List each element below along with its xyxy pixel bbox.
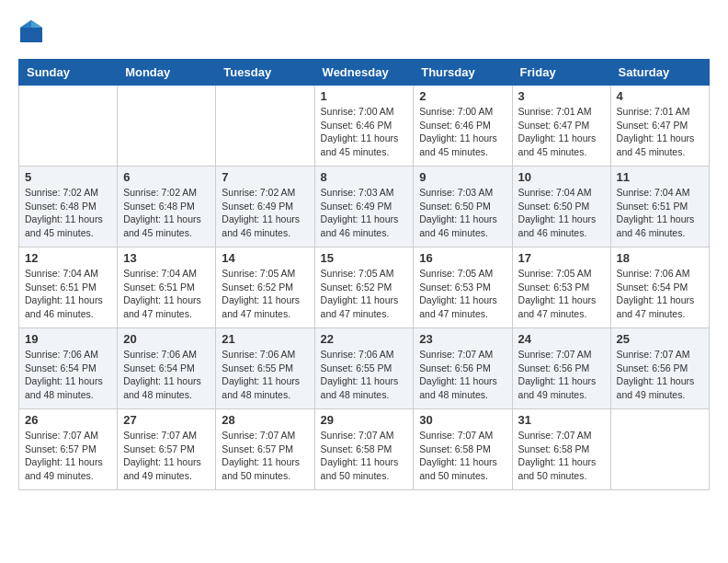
day-info: Sunrise: 7:01 AM Sunset: 6:47 PM Dayligh…: [617, 105, 703, 159]
calendar-cell: 25Sunrise: 7:07 AM Sunset: 6:56 PM Dayli…: [610, 328, 709, 409]
calendar-cell: 16Sunrise: 7:05 AM Sunset: 6:53 PM Dayli…: [414, 247, 512, 328]
calendar-cell: 6Sunrise: 7:02 AM Sunset: 6:48 PM Daylig…: [118, 167, 216, 247]
calendar-cell: 12Sunrise: 7:04 AM Sunset: 6:51 PM Dayli…: [19, 247, 118, 328]
day-number: 27: [123, 413, 210, 427]
day-info: Sunrise: 7:07 AM Sunset: 6:58 PM Dayligh…: [419, 429, 506, 483]
day-info: Sunrise: 7:01 AM Sunset: 6:47 PM Dayligh…: [518, 105, 605, 159]
calendar-cell: 28Sunrise: 7:07 AM Sunset: 6:57 PM Dayli…: [216, 409, 314, 490]
calendar-cell: 30Sunrise: 7:07 AM Sunset: 6:58 PM Dayli…: [414, 409, 512, 490]
calendar-cell: [118, 86, 216, 167]
logo: [18, 18, 48, 44]
day-number: 28: [222, 413, 308, 427]
day-info: Sunrise: 7:03 AM Sunset: 6:49 PM Dayligh…: [321, 186, 408, 240]
day-number: 2: [419, 89, 506, 103]
weekday-header: Thursday: [414, 60, 512, 86]
calendar-cell: 5Sunrise: 7:02 AM Sunset: 6:48 PM Daylig…: [19, 167, 118, 247]
day-number: 16: [419, 251, 506, 265]
day-info: Sunrise: 7:04 AM Sunset: 6:50 PM Dayligh…: [518, 186, 605, 240]
day-info: Sunrise: 7:05 AM Sunset: 6:53 PM Dayligh…: [518, 267, 605, 321]
day-number: 3: [518, 89, 605, 103]
day-info: Sunrise: 7:04 AM Sunset: 6:51 PM Dayligh…: [123, 267, 210, 321]
day-info: Sunrise: 7:06 AM Sunset: 6:55 PM Dayligh…: [321, 348, 408, 402]
calendar-week-row: 5Sunrise: 7:02 AM Sunset: 6:48 PM Daylig…: [19, 167, 710, 247]
day-info: Sunrise: 7:02 AM Sunset: 6:49 PM Dayligh…: [222, 186, 308, 240]
calendar-cell: 31Sunrise: 7:07 AM Sunset: 6:58 PM Dayli…: [512, 409, 610, 490]
day-number: 30: [419, 413, 506, 427]
calendar-cell: [19, 86, 118, 167]
day-info: Sunrise: 7:07 AM Sunset: 6:57 PM Dayligh…: [25, 429, 111, 483]
day-number: 10: [518, 170, 605, 184]
calendar-cell: 2Sunrise: 7:00 AM Sunset: 6:46 PM Daylig…: [414, 86, 512, 167]
day-number: 21: [222, 332, 308, 346]
weekday-header: Monday: [118, 60, 216, 86]
calendar-cell: 23Sunrise: 7:07 AM Sunset: 6:56 PM Dayli…: [414, 328, 512, 409]
weekday-header: Friday: [512, 60, 610, 86]
calendar-cell: 8Sunrise: 7:03 AM Sunset: 6:49 PM Daylig…: [314, 167, 414, 247]
weekday-header: Saturday: [610, 60, 709, 86]
day-number: 20: [123, 332, 210, 346]
calendar-week-row: 12Sunrise: 7:04 AM Sunset: 6:51 PM Dayli…: [19, 247, 710, 328]
weekday-header: Sunday: [19, 60, 118, 86]
day-info: Sunrise: 7:05 AM Sunset: 6:53 PM Dayligh…: [419, 267, 506, 321]
day-info: Sunrise: 7:05 AM Sunset: 6:52 PM Dayligh…: [321, 267, 408, 321]
day-info: Sunrise: 7:04 AM Sunset: 6:51 PM Dayligh…: [617, 186, 703, 240]
calendar-cell: 17Sunrise: 7:05 AM Sunset: 6:53 PM Dayli…: [512, 247, 610, 328]
day-info: Sunrise: 7:07 AM Sunset: 6:58 PM Dayligh…: [518, 429, 605, 483]
calendar-cell: 15Sunrise: 7:05 AM Sunset: 6:52 PM Dayli…: [314, 247, 414, 328]
calendar-week-row: 19Sunrise: 7:06 AM Sunset: 6:54 PM Dayli…: [19, 328, 710, 409]
day-info: Sunrise: 7:03 AM Sunset: 6:50 PM Dayligh…: [419, 186, 506, 240]
calendar-cell: 22Sunrise: 7:06 AM Sunset: 6:55 PM Dayli…: [314, 328, 414, 409]
day-number: 31: [518, 413, 605, 427]
day-number: 11: [617, 170, 703, 184]
calendar-cell: 1Sunrise: 7:00 AM Sunset: 6:46 PM Daylig…: [314, 86, 414, 167]
day-number: 9: [419, 170, 506, 184]
calendar-cell: 26Sunrise: 7:07 AM Sunset: 6:57 PM Dayli…: [19, 409, 118, 490]
day-info: Sunrise: 7:07 AM Sunset: 6:56 PM Dayligh…: [518, 348, 605, 402]
day-number: 19: [25, 332, 111, 346]
day-info: Sunrise: 7:06 AM Sunset: 6:54 PM Dayligh…: [25, 348, 111, 402]
calendar-cell: 29Sunrise: 7:07 AM Sunset: 6:58 PM Dayli…: [314, 409, 414, 490]
day-info: Sunrise: 7:07 AM Sunset: 6:57 PM Dayligh…: [123, 429, 210, 483]
day-info: Sunrise: 7:06 AM Sunset: 6:54 PM Dayligh…: [123, 348, 210, 402]
logo-icon: [18, 18, 44, 44]
calendar-cell: 27Sunrise: 7:07 AM Sunset: 6:57 PM Dayli…: [118, 409, 216, 490]
day-info: Sunrise: 7:07 AM Sunset: 6:56 PM Dayligh…: [617, 348, 703, 402]
svg-marker-1: [31, 20, 42, 28]
svg-marker-2: [20, 20, 31, 28]
calendar-cell: 9Sunrise: 7:03 AM Sunset: 6:50 PM Daylig…: [414, 167, 512, 247]
day-number: 24: [518, 332, 605, 346]
day-number: 8: [321, 170, 408, 184]
day-info: Sunrise: 7:00 AM Sunset: 6:46 PM Dayligh…: [321, 105, 408, 159]
calendar-cell: 11Sunrise: 7:04 AM Sunset: 6:51 PM Dayli…: [610, 167, 709, 247]
day-number: 5: [25, 170, 111, 184]
day-number: 12: [25, 251, 111, 265]
day-number: 26: [25, 413, 111, 427]
day-info: Sunrise: 7:04 AM Sunset: 6:51 PM Dayligh…: [25, 267, 111, 321]
day-info: Sunrise: 7:06 AM Sunset: 6:54 PM Dayligh…: [617, 267, 703, 321]
calendar-cell: 21Sunrise: 7:06 AM Sunset: 6:55 PM Dayli…: [216, 328, 314, 409]
day-number: 14: [222, 251, 308, 265]
day-info: Sunrise: 7:06 AM Sunset: 6:55 PM Dayligh…: [222, 348, 308, 402]
day-number: 13: [123, 251, 210, 265]
calendar-cell: 10Sunrise: 7:04 AM Sunset: 6:50 PM Dayli…: [512, 167, 610, 247]
calendar-cell: 24Sunrise: 7:07 AM Sunset: 6:56 PM Dayli…: [512, 328, 610, 409]
day-info: Sunrise: 7:07 AM Sunset: 6:56 PM Dayligh…: [419, 348, 506, 402]
calendar-week-row: 1Sunrise: 7:00 AM Sunset: 6:46 PM Daylig…: [19, 86, 710, 167]
day-number: 25: [617, 332, 703, 346]
day-number: 1: [321, 89, 408, 103]
calendar-cell: 3Sunrise: 7:01 AM Sunset: 6:47 PM Daylig…: [512, 86, 610, 167]
day-number: 17: [518, 251, 605, 265]
calendar-week-row: 26Sunrise: 7:07 AM Sunset: 6:57 PM Dayli…: [19, 409, 710, 490]
calendar-cell: 14Sunrise: 7:05 AM Sunset: 6:52 PM Dayli…: [216, 247, 314, 328]
calendar-cell: [216, 86, 314, 167]
page-header: [18, 18, 710, 44]
day-number: 29: [321, 413, 408, 427]
calendar-header-row: SundayMondayTuesdayWednesdayThursdayFrid…: [19, 60, 710, 86]
day-number: 4: [617, 89, 703, 103]
calendar-cell: 20Sunrise: 7:06 AM Sunset: 6:54 PM Dayli…: [118, 328, 216, 409]
day-number: 6: [123, 170, 210, 184]
day-info: Sunrise: 7:07 AM Sunset: 6:58 PM Dayligh…: [321, 429, 408, 483]
calendar-cell: 19Sunrise: 7:06 AM Sunset: 6:54 PM Dayli…: [19, 328, 118, 409]
calendar-cell: 13Sunrise: 7:04 AM Sunset: 6:51 PM Dayli…: [118, 247, 216, 328]
day-info: Sunrise: 7:07 AM Sunset: 6:57 PM Dayligh…: [222, 429, 308, 483]
